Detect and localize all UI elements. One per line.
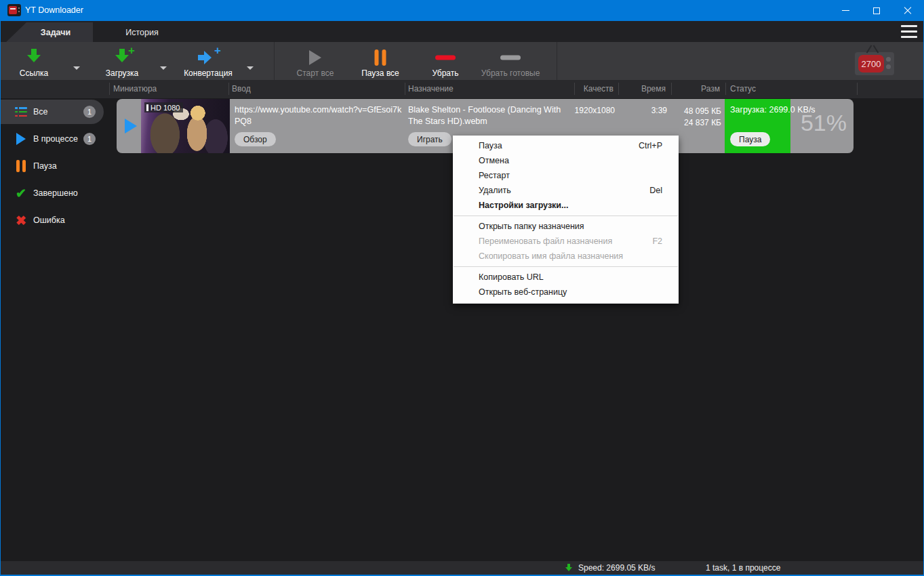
filter-error-label: Ошибка <box>33 215 65 225</box>
tab-tasks[interactable]: Задачи <box>6 22 93 42</box>
completed-check-icon: ✔ <box>14 186 28 200</box>
menu-open-folder-label: Открыть папку назначения <box>479 222 584 231</box>
tab-history[interactable]: История <box>93 22 191 42</box>
task-play-icon[interactable] <box>125 119 137 133</box>
hd-badge-bar-icon <box>146 104 148 111</box>
link-button[interactable]: Ссылка <box>13 45 55 78</box>
paused-pause-icon <box>14 159 28 173</box>
toolbar-separator <box>557 42 557 80</box>
menu-item-restart[interactable]: Рестарт <box>453 168 679 183</box>
tab-history-label: История <box>125 28 158 37</box>
menu-cancel-label: Отмена <box>479 156 509 165</box>
filter-completed-label: Завершено <box>33 188 78 198</box>
column-separator <box>228 83 229 95</box>
column-thumbnail[interactable]: Миниатюра <box>113 84 157 94</box>
menu-separator <box>454 215 678 216</box>
remove-button[interactable]: Убрать <box>426 45 464 78</box>
menu-copy-filename-label: Скопировать имя файла назначения <box>479 251 623 261</box>
minimize-button[interactable] <box>830 0 861 21</box>
tab-bar: Задачи История <box>1 21 923 42</box>
menu-item-download-settings[interactable]: Настройки загрузки... <box>453 198 679 213</box>
menu-item-cancel[interactable]: Отмена <box>453 153 679 168</box>
task-duration: 3:39 <box>651 106 667 115</box>
task-size-downloaded: 24 837 КБ <box>684 118 721 127</box>
play-file-button[interactable]: Играть <box>408 132 451 146</box>
column-size[interactable]: Разм <box>701 84 720 94</box>
context-menu: Пауза Ctrl+P Отмена Рестарт Удалить Del … <box>453 136 679 304</box>
filter-all-label: Все <box>33 107 48 117</box>
pause-task-button[interactable]: Пауза <box>730 132 770 146</box>
status-task-count: 1 task, 1 в процессе <box>706 563 780 573</box>
menu-item-open-webpage[interactable]: Открыть веб-страницу <box>453 285 679 300</box>
pause-all-icon <box>369 49 392 66</box>
window-title: YT Downloader <box>25 5 83 15</box>
column-status[interactable]: Статус <box>730 84 756 94</box>
sidebar-filter-error[interactable]: ✖ Ошибка <box>1 208 104 232</box>
menu-open-webpage-label: Открыть веб-страницу <box>479 287 567 297</box>
column-input[interactable]: Ввод <box>232 84 251 94</box>
menu-item-open-folder[interactable]: Открыть папку назначения <box>453 219 679 234</box>
column-separator <box>857 83 858 95</box>
task-size-total: 48 095 КБ <box>684 106 721 116</box>
menu-separator <box>454 266 678 267</box>
filter-paused-label: Пауза <box>33 161 57 171</box>
column-time[interactable]: Время <box>641 84 666 94</box>
tv-knob-icon <box>886 57 891 62</box>
filter-in-progress-count-badge: 1 <box>83 133 96 145</box>
sidebar-filter-all[interactable]: Все 1 <box>1 100 104 124</box>
menu-rename-file-shortcut: F2 <box>652 234 662 249</box>
status-bar: Speed: 2699.05 KB/s 1 task, 1 в процессе <box>1 561 923 575</box>
remove-label: Убрать <box>432 68 458 78</box>
menu-item-copy-url[interactable]: Копировать URL <box>453 270 679 285</box>
video-thumbnail[interactable]: HD 1080 <box>141 99 230 153</box>
convert-button[interactable]: + Конвертация <box>177 45 239 78</box>
task-source-url: https://www.youtube.com/watch?v=GfEsoi7k… <box>235 104 404 127</box>
column-separator <box>618 83 619 95</box>
browse-button[interactable]: Обзор <box>235 132 276 146</box>
app-window: YT Downloader Задачи История Ссылка + За… <box>0 0 924 576</box>
column-separator <box>109 83 110 95</box>
link-button-label: Ссылка <box>20 68 48 78</box>
all-list-icon <box>14 107 28 117</box>
remove-done-minus-icon <box>499 49 522 66</box>
green-down-arrow-plus-icon: + <box>111 49 134 66</box>
app-icon-knob <box>18 11 20 12</box>
counter-tv-badge[interactable]: 2700 <box>855 52 894 75</box>
remove-done-button: Убрать готовые <box>475 45 546 78</box>
menu-delete-shortcut: Del <box>649 183 662 198</box>
download-dropdown-chevron-icon[interactable] <box>160 66 167 70</box>
counter-value: 2700 <box>858 55 884 73</box>
sidebar-filter-paused[interactable]: Пауза <box>1 154 104 178</box>
filter-in-progress-label: В процессе <box>33 134 78 144</box>
column-separator <box>725 83 726 95</box>
menu-pause-shortcut: Ctrl+P <box>639 138 662 153</box>
play-all-icon <box>304 49 327 66</box>
maximize-icon <box>873 7 880 14</box>
pause-all-button[interactable]: Пауза все <box>355 45 405 78</box>
menu-item-delete[interactable]: Удалить Del <box>453 183 679 198</box>
convert-dropdown-chevron-icon[interactable] <box>247 66 254 70</box>
start-all-label: Старт все <box>297 68 334 78</box>
start-all-button: Старт все <box>291 45 340 78</box>
pause-all-label: Пауза все <box>361 68 399 78</box>
convert-button-label: Конвертация <box>184 68 233 78</box>
download-button[interactable]: + Загрузка <box>98 45 146 78</box>
sidebar-filter-in-progress[interactable]: В процессе 1 <box>1 127 104 151</box>
sidebar-filter-completed[interactable]: ✔ Завершено <box>1 181 104 205</box>
maximize-button[interactable] <box>861 0 892 21</box>
column-quality[interactable]: Качеств <box>584 84 614 94</box>
filter-all-count-badge: 1 <box>83 106 96 118</box>
titlebar: YT Downloader <box>1 0 923 21</box>
task-sizes: 48 095 КБ 24 837 КБ <box>684 106 721 129</box>
menu-restart-label: Рестарт <box>479 171 510 180</box>
app-icon-scanline <box>10 8 16 9</box>
hamburger-menu-icon[interactable] <box>901 25 917 38</box>
column-destination[interactable]: Назначение <box>408 84 454 94</box>
menu-item-pause[interactable]: Пауза Ctrl+P <box>453 138 679 153</box>
link-dropdown-chevron-icon[interactable] <box>73 66 80 70</box>
error-x-icon: ✖ <box>14 213 28 227</box>
task-status-cell: Загрузка: 2699.0 KB/s Пауза 51% <box>725 99 853 153</box>
green-down-arrow-icon <box>22 49 45 66</box>
close-button[interactable] <box>892 0 923 21</box>
toolbar: Ссылка + Загрузка + Конвертация Старт вс… <box>1 42 923 80</box>
